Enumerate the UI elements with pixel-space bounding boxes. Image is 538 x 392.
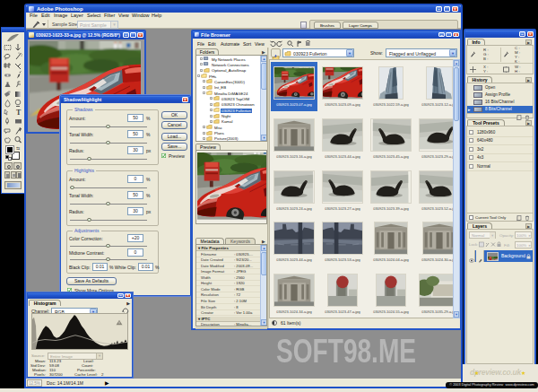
svg-text:T: T (16, 109, 22, 117)
